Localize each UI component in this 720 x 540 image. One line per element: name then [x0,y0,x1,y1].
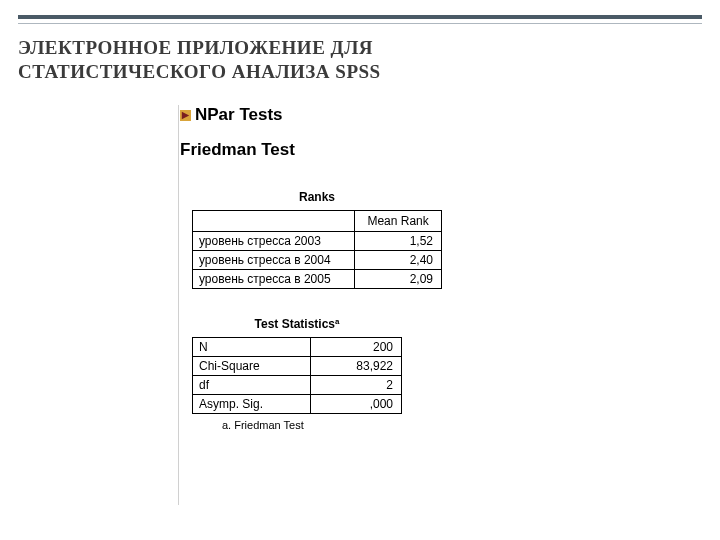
ranks-col-header: Mean Rank [355,211,442,232]
slide-title-line1: ЭЛЕКТРОННОЕ ПРИЛОЖЕНИЕ ДЛЯ [18,36,381,60]
ranks-caption: Ranks [192,190,442,204]
stats-table: N 200 Chi-Square 83,922 df 2 Asymp. Sig.… [192,337,402,414]
table-row: N 200 [193,338,402,357]
header-rule-thin [18,23,702,24]
ranks-row-label: уровень стресса 2003 [193,232,355,251]
stats-row-label: df [193,376,311,395]
ranks-table: Mean Rank уровень стресса 2003 1,52 уров… [192,210,442,289]
ranks-row-value: 2,40 [355,251,442,270]
slide: ЭЛЕКТРОННОЕ ПРИЛОЖЕНИЕ ДЛЯ СТАТИСТИЧЕСКО… [0,0,720,540]
stats-row-label: Chi-Square [193,357,311,376]
section-arrow-icon [180,110,191,121]
stats-footnote: a. Friedman Test [222,419,402,431]
table-row: df 2 [193,376,402,395]
table-row: уровень стресса в 2004 2,40 [193,251,442,270]
table-row: Chi-Square 83,922 [193,357,402,376]
friedman-test-heading: Friedman Test [180,140,520,160]
table-header-row: Mean Rank [193,211,442,232]
stats-row-label: Asymp. Sig. [193,395,311,414]
slide-title: ЭЛЕКТРОННОЕ ПРИЛОЖЕНИЕ ДЛЯ СТАТИСТИЧЕСКО… [18,36,381,84]
npar-tests-heading: NPar Tests [195,105,283,125]
ranks-row-value: 1,52 [355,232,442,251]
stats-row-value: 200 [311,338,402,357]
section-heading-row: NPar Tests [180,105,520,125]
stats-caption: Test Statisticsª [192,317,402,331]
ranks-table-block: Ranks Mean Rank уровень стресса 2003 1,5… [192,190,442,289]
stats-row-value: 2 [311,376,402,395]
output-left-border [178,105,179,505]
ranks-row-value: 2,09 [355,270,442,289]
stats-row-value: 83,922 [311,357,402,376]
header-rule [18,15,702,24]
spss-output: NPar Tests Friedman Test Ranks Mean Rank… [180,105,520,459]
stats-table-block: Test Statisticsª N 200 Chi-Square 83,922… [192,317,402,431]
header-rule-thick [18,15,702,19]
stats-row-value: ,000 [311,395,402,414]
table-row: уровень стресса в 2005 2,09 [193,270,442,289]
stats-row-label: N [193,338,311,357]
ranks-blank-header [193,211,355,232]
ranks-row-label: уровень стресса в 2005 [193,270,355,289]
slide-title-line2: СТАТИСТИЧЕСКОГО АНАЛИЗА SPSS [18,60,381,84]
table-row: уровень стресса 2003 1,52 [193,232,442,251]
ranks-row-label: уровень стресса в 2004 [193,251,355,270]
table-row: Asymp. Sig. ,000 [193,395,402,414]
